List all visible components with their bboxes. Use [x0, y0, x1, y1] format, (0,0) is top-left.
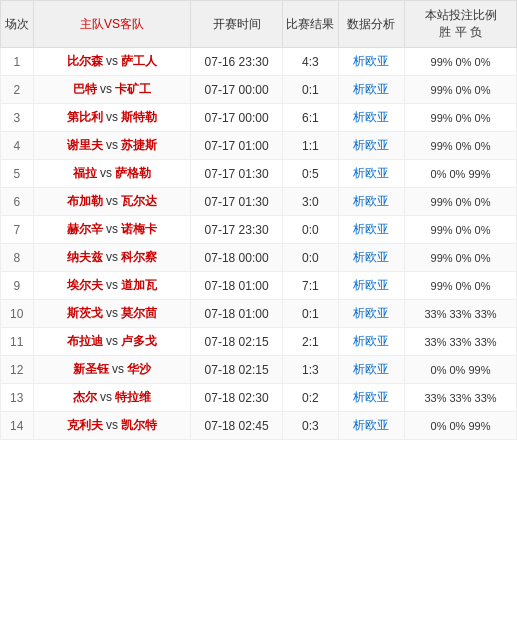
row-analysis[interactable]: 析欧亚: [338, 272, 404, 300]
row-analysis[interactable]: 析欧亚: [338, 76, 404, 104]
home-team: 斯茨戈: [67, 306, 103, 320]
table-row: 11 布拉迪 vs 卢多戈 07-18 02:15 2:1 析欧亚 33% 33…: [1, 328, 517, 356]
row-time: 07-17 00:00: [191, 104, 283, 132]
away-team: 道加瓦: [121, 278, 157, 292]
row-odds: 33% 33% 33%: [405, 328, 517, 356]
analysis-link[interactable]: 析欧亚: [353, 390, 389, 404]
table-row: 10 斯茨戈 vs 莫尔茴 07-18 01:00 0:1 析欧亚 33% 33…: [1, 300, 517, 328]
row-time: 07-18 01:00: [191, 272, 283, 300]
table-row: 9 埃尔夫 vs 道加瓦 07-18 01:00 7:1 析欧亚 99% 0% …: [1, 272, 517, 300]
row-analysis[interactable]: 析欧亚: [338, 412, 404, 440]
row-num: 14: [1, 412, 34, 440]
row-analysis[interactable]: 析欧亚: [338, 384, 404, 412]
home-team: 杰尔: [73, 390, 97, 404]
analysis-link[interactable]: 析欧亚: [353, 54, 389, 68]
analysis-link[interactable]: 析欧亚: [353, 362, 389, 376]
header-time: 开赛时间: [191, 1, 283, 48]
row-result: 0:0: [282, 244, 338, 272]
vs-text: vs: [106, 222, 121, 236]
table-row: 13 杰尔 vs 特拉维 07-18 02:30 0:2 析欧亚 33% 33%…: [1, 384, 517, 412]
row-num: 4: [1, 132, 34, 160]
row-num: 6: [1, 188, 34, 216]
home-team: 巴特: [73, 82, 97, 96]
analysis-link[interactable]: 析欧亚: [353, 222, 389, 236]
row-match: 福拉 vs 萨格勒: [33, 160, 191, 188]
analysis-link[interactable]: 析欧亚: [353, 250, 389, 264]
row-analysis[interactable]: 析欧亚: [338, 244, 404, 272]
row-match: 纳夫兹 vs 科尔察: [33, 244, 191, 272]
analysis-link[interactable]: 析欧亚: [353, 418, 389, 432]
vs-text: vs: [106, 110, 121, 124]
row-odds: 99% 0% 0%: [405, 188, 517, 216]
vs-text: vs: [106, 250, 121, 264]
vs-text: vs: [106, 306, 121, 320]
row-time: 07-17 01:30: [191, 188, 283, 216]
row-match: 埃尔夫 vs 道加瓦: [33, 272, 191, 300]
row-odds: 99% 0% 0%: [405, 132, 517, 160]
header-odds: 本站投注比例胜 平 负: [405, 1, 517, 48]
row-odds: 99% 0% 0%: [405, 272, 517, 300]
away-team: 诺梅卡: [121, 222, 157, 236]
table-row: 12 新圣钰 vs 华沙 07-18 02:15 1:3 析欧亚 0% 0% 9…: [1, 356, 517, 384]
analysis-link[interactable]: 析欧亚: [353, 166, 389, 180]
analysis-link[interactable]: 析欧亚: [353, 110, 389, 124]
row-odds: 99% 0% 0%: [405, 48, 517, 76]
row-match: 谢里夫 vs 苏捷斯: [33, 132, 191, 160]
analysis-link[interactable]: 析欧亚: [353, 306, 389, 320]
analysis-link[interactable]: 析欧亚: [353, 334, 389, 348]
away-team: 科尔察: [121, 250, 157, 264]
home-team: 布加勒: [67, 194, 103, 208]
row-analysis[interactable]: 析欧亚: [338, 132, 404, 160]
table-row: 14 克利夫 vs 凯尔特 07-18 02:45 0:3 析欧亚 0% 0% …: [1, 412, 517, 440]
row-result: 7:1: [282, 272, 338, 300]
table-row: 1 比尔森 vs 萨工人 07-16 23:30 4:3 析欧亚 99% 0% …: [1, 48, 517, 76]
away-team: 华沙: [127, 362, 151, 376]
home-team: 新圣钰: [73, 362, 109, 376]
vs-text: vs: [106, 138, 121, 152]
row-analysis[interactable]: 析欧亚: [338, 104, 404, 132]
home-team: 埃尔夫: [67, 278, 103, 292]
analysis-link[interactable]: 析欧亚: [353, 82, 389, 96]
row-analysis[interactable]: 析欧亚: [338, 300, 404, 328]
row-time: 07-18 00:00: [191, 244, 283, 272]
row-match: 布拉迪 vs 卢多戈: [33, 328, 191, 356]
row-num: 5: [1, 160, 34, 188]
row-analysis[interactable]: 析欧亚: [338, 356, 404, 384]
main-container: 场次 主队VS客队 开赛时间 比赛结果 数据分析 本站投注比例胜 平 负 1 比…: [0, 0, 517, 440]
row-time: 07-17 01:30: [191, 160, 283, 188]
row-odds: 33% 33% 33%: [405, 384, 517, 412]
table-row: 8 纳夫兹 vs 科尔察 07-18 00:00 0:0 析欧亚 99% 0% …: [1, 244, 517, 272]
analysis-link[interactable]: 析欧亚: [353, 138, 389, 152]
home-team: 纳夫兹: [67, 250, 103, 264]
analysis-link[interactable]: 析欧亚: [353, 278, 389, 292]
vs-text: vs: [112, 362, 127, 376]
row-result: 0:5: [282, 160, 338, 188]
row-analysis[interactable]: 析欧亚: [338, 48, 404, 76]
away-team: 斯特勒: [121, 110, 157, 124]
row-match: 斯茨戈 vs 莫尔茴: [33, 300, 191, 328]
row-time: 07-17 00:00: [191, 76, 283, 104]
home-team: 福拉: [73, 166, 97, 180]
row-analysis[interactable]: 析欧亚: [338, 328, 404, 356]
away-team: 瓦尔达: [121, 194, 157, 208]
header-result: 比赛结果: [282, 1, 338, 48]
away-team: 凯尔特: [121, 418, 157, 432]
row-result: 4:3: [282, 48, 338, 76]
row-match: 杰尔 vs 特拉维: [33, 384, 191, 412]
vs-text: vs: [106, 334, 121, 348]
row-result: 0:0: [282, 216, 338, 244]
row-analysis[interactable]: 析欧亚: [338, 216, 404, 244]
vs-text: vs: [106, 418, 121, 432]
away-team: 卢多戈: [121, 334, 157, 348]
row-analysis[interactable]: 析欧亚: [338, 188, 404, 216]
table-row: 6 布加勒 vs 瓦尔达 07-17 01:30 3:0 析欧亚 99% 0% …: [1, 188, 517, 216]
analysis-link[interactable]: 析欧亚: [353, 194, 389, 208]
row-num: 7: [1, 216, 34, 244]
row-analysis[interactable]: 析欧亚: [338, 160, 404, 188]
row-odds: 99% 0% 0%: [405, 216, 517, 244]
table-header-row: 场次 主队VS客队 开赛时间 比赛结果 数据分析 本站投注比例胜 平 负: [1, 1, 517, 48]
home-team: 谢里夫: [67, 138, 103, 152]
row-result: 0:3: [282, 412, 338, 440]
row-odds: 99% 0% 0%: [405, 76, 517, 104]
table-row: 5 福拉 vs 萨格勒 07-17 01:30 0:5 析欧亚 0% 0% 99…: [1, 160, 517, 188]
